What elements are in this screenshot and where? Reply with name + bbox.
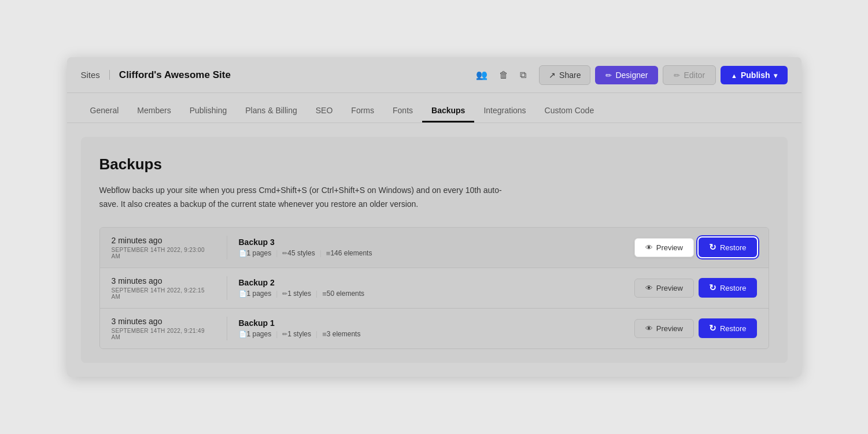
backup-actions: Preview Restore <box>634 238 757 257</box>
brush-icon <box>282 331 287 338</box>
eye-icon <box>645 324 653 333</box>
backup-time-col: 3 minutes ago SEPTEMBER 14TH 2022, 9:21:… <box>112 317 227 340</box>
designer-button[interactable]: Designer <box>595 66 658 84</box>
tab-publishing[interactable]: Publishing <box>180 98 237 123</box>
tab-forms[interactable]: Forms <box>342 98 383 123</box>
backup-relative-time: 2 minutes ago <box>112 236 215 245</box>
meta-sep-2: | <box>316 290 317 298</box>
trash-icon <box>499 69 508 81</box>
preview-button[interactable]: Preview <box>634 238 694 257</box>
eye-icon <box>645 243 653 252</box>
tab-general[interactable]: General <box>81 98 128 123</box>
backup-absolute-time: SEPTEMBER 14TH 2022, 9:22:15 AM <box>112 287 215 300</box>
meta-sep-2: | <box>320 249 322 257</box>
backup-relative-time: 3 minutes ago <box>112 276 215 285</box>
backup-row: 2 minutes ago SEPTEMBER 14TH 2022, 9:23:… <box>100 228 769 268</box>
designer-label: Designer <box>615 71 648 80</box>
restore-icon <box>709 323 716 333</box>
tab-integrations[interactable]: Integrations <box>474 98 535 123</box>
backups-description: Webflow backs up your site when you pres… <box>99 184 504 210</box>
backup-pages: 1 pages <box>247 330 272 338</box>
tab-members[interactable]: Members <box>128 98 180 123</box>
brush-icon <box>282 250 287 257</box>
backup-info: Backup 2 1 pages | 1 styles | 50 element… <box>239 278 634 298</box>
restore-button[interactable]: Restore <box>699 278 757 298</box>
restore-icon <box>709 242 716 253</box>
publish-chevron-icon <box>774 71 777 80</box>
backup-meta: 1 pages | 45 styles | 146 elements <box>239 249 372 258</box>
restore-label: Restore <box>720 284 747 292</box>
sites-link[interactable]: Sites <box>81 70 110 80</box>
share-button[interactable]: Share <box>539 65 590 85</box>
header: Sites Clifford's Awesome Site Share Desi… <box>67 57 801 93</box>
preview-label: Preview <box>656 324 683 333</box>
backup-name: Backup 1 <box>239 318 361 328</box>
trash-icon-button[interactable] <box>496 65 512 84</box>
elements-icon <box>322 290 327 298</box>
backup-pages: 1 pages <box>247 290 272 298</box>
copy-icon <box>520 69 526 81</box>
backup-info-col: Backup 1 1 pages | 1 styles | 3 elements <box>239 318 361 339</box>
backups-card: Backups Webflow backs up your site when … <box>81 137 788 362</box>
backups-title: Backups <box>99 155 769 173</box>
page-icon <box>239 250 247 257</box>
users-icon-button[interactable] <box>472 65 491 84</box>
backup-pages: 1 pages <box>247 249 272 257</box>
backup-time-col: 3 minutes ago SEPTEMBER 14TH 2022, 9:22:… <box>112 276 227 300</box>
page-icon <box>239 331 247 338</box>
backup-absolute-time: SEPTEMBER 14TH 2022, 9:21:49 AM <box>112 328 215 340</box>
publish-button[interactable]: Publish <box>721 66 787 84</box>
restore-icon <box>709 283 716 293</box>
backup-row: 3 minutes ago SEPTEMBER 14TH 2022, 9:21:… <box>100 309 769 348</box>
backup-name: Backup 3 <box>239 238 372 247</box>
backup-absolute-time: SEPTEMBER 14TH 2022, 9:23:00 AM <box>112 247 215 259</box>
tab-fonts[interactable]: Fonts <box>383 98 422 123</box>
site-name: Clifford's Awesome Site <box>119 69 472 81</box>
backup-row: 3 minutes ago SEPTEMBER 14TH 2022, 9:22:… <box>100 268 769 309</box>
tab-custom-code[interactable]: Custom Code <box>535 98 604 123</box>
app-window: Sites Clifford's Awesome Site Share Desi… <box>67 57 801 376</box>
backup-info: Backup 1 1 pages | 1 styles | 3 elements <box>239 318 634 339</box>
backup-time-col: 2 minutes ago SEPTEMBER 14TH 2022, 9:23:… <box>112 236 227 259</box>
users-icon <box>476 69 487 81</box>
backup-meta: 1 pages | 1 styles | 50 elements <box>239 290 365 298</box>
tabs-bar: General Members Publishing Plans & Billi… <box>67 93 801 123</box>
editor-icon <box>674 71 680 80</box>
backup-name: Backup 2 <box>239 278 365 287</box>
elements-icon <box>322 330 327 339</box>
backup-info-col: Backup 2 1 pages | 1 styles | 50 element… <box>239 278 365 298</box>
meta-sep-2: | <box>316 330 317 338</box>
preview-button[interactable]: Preview <box>634 279 694 298</box>
backup-styles: 1 styles <box>287 330 311 338</box>
publish-icon <box>731 71 737 80</box>
preview-button[interactable]: Preview <box>634 319 694 338</box>
restore-label: Restore <box>720 324 747 333</box>
meta-sep-1: | <box>276 330 278 338</box>
tab-seo[interactable]: SEO <box>306 98 342 123</box>
meta-sep-1: | <box>276 290 278 298</box>
backup-styles: 45 styles <box>287 249 315 257</box>
content-area: Backups Webflow backs up your site when … <box>67 123 801 376</box>
share-label: Share <box>559 71 581 80</box>
meta-sep-1: | <box>276 249 278 257</box>
restore-label: Restore <box>720 243 747 252</box>
elements-icon <box>326 249 331 258</box>
copy-icon-button[interactable] <box>516 65 530 84</box>
tab-backups[interactable]: Backups <box>422 98 474 123</box>
eye-icon <box>645 284 653 292</box>
restore-button[interactable]: Restore <box>699 238 757 257</box>
preview-label: Preview <box>656 284 683 292</box>
restore-button[interactable]: Restore <box>699 318 757 338</box>
share-icon <box>549 71 556 80</box>
backup-meta: 1 pages | 1 styles | 3 elements <box>239 330 361 339</box>
backup-styles: 1 styles <box>287 290 311 298</box>
backup-elements: 146 elements <box>330 249 372 257</box>
preview-label: Preview <box>656 243 683 252</box>
designer-icon <box>605 71 612 80</box>
backup-elements: 3 elements <box>327 330 361 338</box>
backup-relative-time: 3 minutes ago <box>112 317 215 326</box>
header-icon-group <box>472 65 530 84</box>
tab-plans-billing[interactable]: Plans & Billing <box>236 98 306 123</box>
editor-button[interactable]: Editor <box>663 65 716 85</box>
brush-icon <box>282 290 287 298</box>
